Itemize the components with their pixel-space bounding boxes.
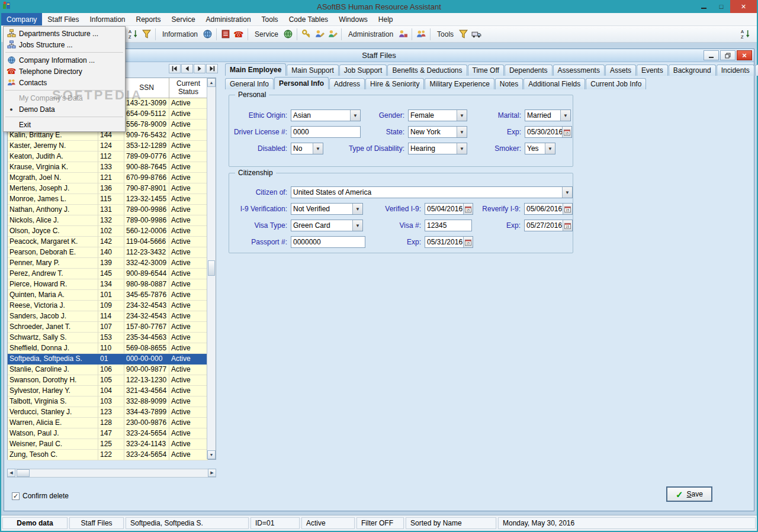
horizontal-scrollbar[interactable]: ◀ ▶ — [7, 469, 216, 478]
table-row[interactable]: Krause, Virginia K.133900-88-7645Active — [8, 162, 208, 173]
chevron-down-icon[interactable]: ▼ — [545, 143, 555, 154]
date-reverify-i9[interactable]: 05/06/201615 — [524, 203, 573, 215]
confirm-delete-checkbox[interactable]: ✓ — [12, 492, 20, 500]
table-row[interactable]: Peacock, Margaret K.142119-04-5666Active — [8, 237, 208, 247]
admin-user-icon[interactable] — [396, 28, 409, 41]
date-verified-i9[interactable]: 05/04/201615 — [425, 203, 473, 215]
combo-smoker[interactable]: Yes▼ — [525, 143, 555, 154]
child-close-button[interactable]: × — [737, 50, 752, 60]
sort-order-icon[interactable]: AZ — [739, 28, 752, 41]
calendar-icon[interactable]: 15 — [463, 204, 473, 214]
menu-tools[interactable]: Tools — [256, 13, 284, 25]
nav-prev-button[interactable] — [181, 64, 193, 73]
subtab-current-job-info[interactable]: Current Job Info — [586, 78, 646, 89]
table-row[interactable]: Schwartz, Sally S.153235-34-4563Active — [8, 333, 208, 343]
company-menu-item-demo-data[interactable]: ●Demo Data — [4, 104, 125, 115]
tab-dependents[interactable]: Dependents — [505, 65, 553, 76]
calendar-icon[interactable]: 15 — [463, 237, 473, 247]
date-passport-exp[interactable]: 05/31/201615 — [425, 236, 473, 248]
chevron-down-icon[interactable]: ▼ — [457, 110, 467, 121]
date-license-exp[interactable]: 05/30/201615 — [525, 126, 572, 138]
table-row[interactable]: Pierce, Howard R.134980-98-0887Active — [8, 279, 208, 290]
combo-disabled[interactable]: No▼ — [291, 143, 323, 154]
menu-company[interactable]: Company — [1, 13, 42, 25]
combo-citizen-of[interactable]: United States of America▼ — [291, 186, 573, 198]
table-row[interactable]: Perez, Andrew T.145900-89-6544Active — [8, 269, 208, 279]
menu-code-tables[interactable]: Code Tables — [284, 13, 334, 25]
tab-main-support[interactable]: Main Support — [287, 65, 338, 76]
combo-gender[interactable]: Female▼ — [408, 109, 467, 121]
input-driver-license[interactable]: 0000 — [291, 126, 361, 138]
table-row[interactable]: Kaster, Jeremy N.124353-12-1289Active — [8, 141, 208, 151]
information-globe-icon[interactable] — [201, 28, 214, 41]
table-row[interactable]: Mcgrath, Joel N.121670-99-8766Active — [8, 173, 208, 183]
user-edit-icon[interactable] — [313, 28, 326, 41]
sort-az-icon[interactable]: AZ — [127, 28, 140, 41]
table-row[interactable]: Zung, Tesoh C.122323-24-5654Active — [8, 450, 208, 460]
company-menu-item-exit[interactable]: Exit — [4, 119, 125, 130]
input-visa-number[interactable]: 12345 — [425, 220, 472, 231]
maximize-button[interactable]: □ — [712, 0, 730, 13]
chevron-down-icon[interactable]: ▼ — [350, 110, 360, 121]
table-row[interactable]: Stanlie, Caroline J.106900-00-9877Active — [8, 365, 208, 375]
menu-service[interactable]: Service — [166, 13, 201, 25]
tab-main-employee[interactable]: Main Employee — [225, 63, 286, 76]
table-row[interactable]: Mertens, Joseph J.136790-87-8901Active — [8, 183, 208, 194]
child-restore-button[interactable] — [720, 50, 735, 60]
table-row[interactable]: Pearson, Deborah E.140112-23-3432Active — [8, 247, 208, 258]
tab-background[interactable]: Background — [669, 65, 716, 76]
company-menu-item-departments-structure[interactable]: Departments Structure ... — [4, 28, 125, 39]
tab-assessments[interactable]: Assessments — [553, 65, 605, 76]
menu-help[interactable]: Help — [373, 13, 399, 25]
table-row[interactable]: Reese, Victoria J.109234-32-4543Active — [8, 301, 208, 311]
tab-time-off[interactable]: Time Off — [468, 65, 504, 76]
tab-medical[interactable]: Medical — [755, 65, 758, 76]
chevron-down-icon[interactable]: ▼ — [457, 143, 467, 154]
table-row[interactable]: Watson, Paul J.147323-24-5654Active — [8, 428, 208, 439]
calendar-icon[interactable]: 15 — [563, 220, 572, 231]
vertical-scroll-thumb[interactable] — [208, 260, 215, 276]
subtab-additional-fields[interactable]: Additional Fields — [523, 78, 585, 89]
chevron-down-icon[interactable]: ▼ — [352, 220, 362, 231]
horizontal-scroll-thumb[interactable] — [17, 469, 30, 477]
table-row[interactable]: Schroeder, Janet T.107157-80-7767Active — [8, 322, 208, 333]
table-row[interactable]: Monroe, James L.115123-32-1455Active — [8, 194, 208, 205]
tab-assets[interactable]: Assets — [605, 65, 636, 76]
menu-administration[interactable]: Administration — [201, 13, 256, 25]
subtab-military-experience[interactable]: Military Experience — [425, 78, 494, 89]
tab-benefits-deductions[interactable]: Benefits & Deductions — [387, 65, 467, 76]
combo-state[interactable]: New York▼ — [408, 126, 467, 138]
close-button[interactable]: × — [730, 0, 757, 13]
child-minimize-button[interactable] — [704, 50, 719, 60]
subtab-general-info[interactable]: General Info — [225, 78, 274, 89]
tab-incidents[interactable]: Incidents — [717, 65, 754, 76]
subtab-notes[interactable]: Notes — [495, 78, 523, 89]
table-row[interactable]: Nathan, Anthony J.131789-00-9986Active — [8, 205, 208, 215]
menu-reports[interactable]: Reports — [131, 13, 166, 25]
table-row[interactable]: Sheffield, Donna J.110569-08-8655Active — [8, 343, 208, 354]
table-row[interactable]: Weisner, Paul C.125323-24-1143Active — [8, 439, 208, 450]
table-row[interactable]: Verducci, Stanley J.123334-43-7899Active — [8, 407, 208, 418]
date-visa-exp[interactable]: 05/27/201615 — [524, 220, 573, 231]
tab-events[interactable]: Events — [637, 65, 668, 76]
company-menu-item-jobs-structure[interactable]: Jobs Structure ... — [4, 39, 125, 50]
tools-filter-icon[interactable] — [457, 28, 470, 41]
subtab-address[interactable]: Address — [329, 78, 365, 89]
table-row[interactable]: Keaton, Judith A.112789-09-0776Active — [8, 151, 208, 162]
menu-information[interactable]: Information — [85, 13, 131, 25]
save-button[interactable]: ✓ Save — [666, 486, 712, 502]
nav-first-button[interactable] — [169, 64, 181, 73]
combo-disability-type[interactable]: Hearing▼ — [408, 143, 467, 154]
chevron-down-icon[interactable]: ▼ — [457, 127, 467, 137]
combo-marital[interactable]: Married▼ — [525, 109, 571, 121]
combo-visa-type[interactable]: Green Card▼ — [291, 220, 363, 231]
company-menu-item-company-information[interactable]: Company Information ... — [4, 54, 125, 66]
scroll-down-icon[interactable]: ▼ — [207, 450, 216, 459]
filter-icon[interactable] — [140, 28, 153, 41]
chevron-down-icon[interactable]: ▼ — [313, 143, 323, 154]
table-row[interactable]: Sylvestor, Harley Y.104321-43-4564Active — [8, 386, 208, 396]
menu-staff-files[interactable]: Staff Files — [42, 13, 84, 25]
vertical-scrollbar[interactable]: ▲ ▼ — [207, 78, 216, 459]
table-row[interactable]: Quinten, Maria A.101345-65-7876Active — [8, 290, 208, 301]
tab-job-support[interactable]: Job Support — [339, 65, 387, 76]
